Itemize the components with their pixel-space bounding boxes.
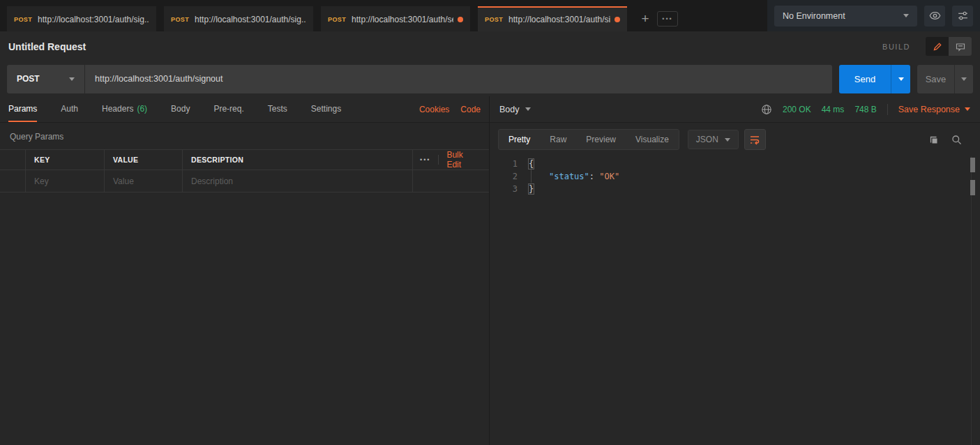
environment-quick-look-button[interactable]	[924, 6, 945, 27]
new-tab-button[interactable]: +	[635, 8, 656, 29]
tab-title: http://localhost:3001/auth/ses...	[352, 15, 453, 24]
code-line-1: 1 {	[490, 158, 980, 170]
request-tab-2[interactable]: POST http://localhost:3001/auth/sig...	[164, 6, 313, 31]
json-key-token: "status"	[549, 172, 589, 181]
headers-count-badge: (6)	[137, 104, 147, 114]
json-colon-token: :	[589, 172, 599, 181]
key-input[interactable]: Key	[26, 170, 105, 192]
comment-button[interactable]	[949, 37, 972, 56]
response-view-tabs: Pretty Raw Preview Visualize	[498, 129, 679, 150]
response-body-selector[interactable]: Body	[499, 105, 531, 114]
tab-options-button[interactable]: •••	[657, 11, 678, 27]
code-line-2: 2 "status": "OK"	[490, 170, 980, 183]
edit-mode-button[interactable]	[926, 37, 949, 56]
response-meta-bar: Body 200 OK 44 ms 748 B Save Response	[490, 96, 980, 123]
response-panel: Pretty Raw Preview Visualize JSON	[490, 123, 980, 445]
comment-icon	[956, 42, 965, 52]
query-params-table: KEY VALUE DESCRIPTION ••• Bulk Edit Key …	[0, 149, 489, 193]
save-response-button[interactable]: Save Response	[898, 105, 970, 114]
scrollbar-mark[interactable]	[970, 180, 975, 195]
word-wrap-icon	[749, 134, 760, 145]
value-input[interactable]: Value	[105, 170, 183, 192]
save-button-group: Save	[917, 65, 973, 93]
url-input[interactable]: http://localhost:3001/auth/signout	[85, 65, 832, 93]
word-wrap-button[interactable]	[744, 129, 766, 150]
tab-headers[interactable]: Headers (6)	[102, 96, 147, 122]
response-format-selector[interactable]: JSON	[688, 130, 739, 149]
row-handle-column	[0, 150, 26, 169]
bulk-edit-link[interactable]: Bulk Edit	[446, 150, 478, 169]
chevron-down-icon	[898, 77, 904, 81]
tab-pre-request[interactable]: Pre-req.	[213, 96, 243, 122]
unsaved-dot-icon	[458, 17, 463, 22]
response-format-label: JSON	[696, 135, 718, 144]
open-brace-token: {	[529, 159, 534, 169]
view-tab-preview[interactable]: Preview	[576, 130, 626, 149]
key-placeholder: Key	[34, 176, 49, 186]
table-header-row: KEY VALUE DESCRIPTION ••• Bulk Edit	[0, 150, 489, 170]
description-input[interactable]: Description	[183, 170, 413, 192]
response-body-label: Body	[499, 105, 520, 114]
save-options-button[interactable]	[954, 65, 973, 93]
method-selector[interactable]: POST	[7, 65, 84, 93]
key-column-label: KEY	[34, 156, 50, 164]
tab-params[interactable]: Params	[8, 96, 37, 122]
request-tab-1[interactable]: POST http://localhost:3001/auth/sig...	[7, 6, 156, 31]
tab-method-badge: POST	[485, 16, 503, 23]
json-value-token: "OK"	[599, 172, 619, 181]
save-response-label: Save Response	[898, 105, 960, 114]
tab-title: http://localhost:3001/auth/sig...	[38, 15, 149, 24]
code-link[interactable]: Code	[460, 105, 481, 114]
tab-headers-label: Headers	[102, 104, 133, 114]
send-button-group: Send	[839, 65, 910, 93]
params-more-options-button[interactable]: •••	[420, 156, 430, 163]
description-placeholder: Description	[191, 176, 233, 186]
line-number: 1	[490, 158, 529, 170]
view-tab-pretty[interactable]: Pretty	[499, 130, 540, 149]
chevron-down-icon	[525, 107, 531, 111]
view-tab-visualize[interactable]: Visualize	[626, 130, 679, 149]
request-tab-3[interactable]: POST http://localhost:3001/auth/ses...	[321, 6, 470, 31]
chevron-down-icon	[965, 107, 970, 111]
pencil-icon	[933, 42, 942, 52]
url-bar: POST http://localhost:3001/auth/signout …	[0, 61, 980, 96]
tab-method-badge: POST	[328, 16, 346, 23]
request-tab-4-active[interactable]: POST http://localhost:3001/auth/sig...	[478, 6, 627, 31]
send-button[interactable]: Send	[839, 65, 891, 93]
cookies-link[interactable]: Cookies	[419, 105, 449, 114]
tab-body[interactable]: Body	[171, 96, 190, 122]
line-number: 3	[490, 183, 529, 195]
chevron-down-icon	[903, 14, 909, 17]
scrollbar-thumb[interactable]	[970, 158, 975, 172]
query-params-title: Query Params	[0, 123, 489, 149]
response-body-editor[interactable]: 1 { 2 "status": "OK" 3 }	[490, 158, 980, 195]
sliders-icon	[957, 10, 969, 22]
tab-auth[interactable]: Auth	[61, 96, 78, 122]
environment-settings-button[interactable]	[952, 6, 973, 27]
tab-settings[interactable]: Settings	[311, 96, 341, 122]
code-line-3: 3 }	[490, 183, 980, 195]
description-column-label: DESCRIPTION	[191, 156, 243, 164]
view-tab-raw[interactable]: Raw	[540, 130, 576, 149]
query-params-panel: Query Params KEY VALUE DESCRIPTION ••• B…	[0, 123, 489, 445]
network-info-button[interactable]	[761, 104, 772, 115]
search-response-button[interactable]	[951, 135, 962, 145]
tab-title: http://localhost:3001/auth/sig...	[508, 15, 610, 24]
tab-method-badge: POST	[171, 16, 189, 23]
send-options-button[interactable]	[891, 65, 910, 93]
line-number: 2	[490, 170, 529, 183]
globe-icon	[761, 104, 772, 115]
value-column-label: VALUE	[113, 156, 138, 164]
response-toolbar: Pretty Raw Preview Visualize JSON	[490, 123, 980, 156]
save-button[interactable]: Save	[917, 65, 954, 93]
environment-selector[interactable]: No Environment	[774, 6, 917, 27]
tab-tests[interactable]: Tests	[268, 96, 287, 122]
key-column-header: KEY	[26, 150, 105, 169]
close-brace-token: }	[529, 184, 534, 194]
request-title[interactable]: Untitled Request	[8, 41, 86, 52]
indent-guide	[531, 169, 532, 183]
divider	[887, 104, 888, 115]
build-mode-label: BUILD	[882, 43, 910, 51]
edit-comment-toggle	[926, 37, 972, 56]
copy-response-button[interactable]	[928, 135, 939, 145]
